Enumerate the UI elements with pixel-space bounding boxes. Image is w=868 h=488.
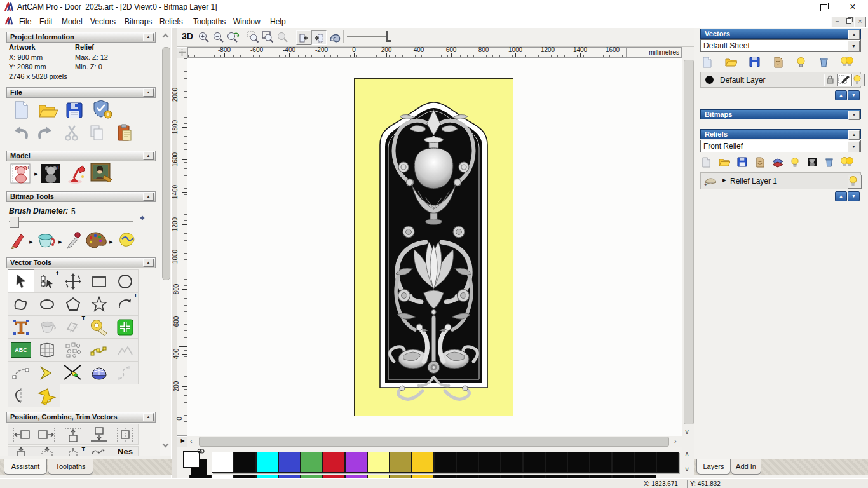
collapse-section-button[interactable]: ▲ xyxy=(143,152,154,160)
minimize-button[interactable] xyxy=(785,0,804,14)
flyout-arrow-icon[interactable]: ▶ xyxy=(29,240,32,245)
open-relief-layer-button[interactable] xyxy=(719,158,730,167)
open-vector-layer-button[interactable] xyxy=(725,57,737,67)
section-profile-tool[interactable] xyxy=(8,384,34,407)
copy-button[interactable] xyxy=(88,125,105,141)
menu-toolpaths[interactable]: Toolpaths xyxy=(191,16,228,27)
expand-layer-icon[interactable]: ▶ xyxy=(722,177,726,183)
reliefs-panel-header[interactable]: Reliefs ▲ xyxy=(700,129,861,139)
transform-vectors-tool[interactable] xyxy=(60,269,86,293)
zoom-out-button[interactable] xyxy=(212,30,225,44)
collapse-panel-button[interactable]: ▲ xyxy=(848,30,860,39)
tab-layers[interactable]: Layers xyxy=(696,459,731,475)
menu-model[interactable]: Model xyxy=(59,16,85,27)
centre-in-page-tool[interactable] xyxy=(8,446,34,456)
section-header-file[interactable]: File ▲ xyxy=(6,87,156,98)
palette-scroll-down-icon[interactable]: ∨ xyxy=(684,464,689,473)
close-button[interactable]: × xyxy=(843,0,862,14)
contrast-slider-handle[interactable] xyxy=(386,31,388,42)
create-text-tool[interactable] xyxy=(8,315,34,339)
snap-grid-toggle-button[interactable] xyxy=(311,30,327,45)
section-header-project-information[interactable]: Project Information ▲ xyxy=(6,32,156,43)
palette-swatch[interactable] xyxy=(212,452,234,473)
offset-vectors-tool[interactable]: Ŧ xyxy=(60,315,86,339)
palette-scroll-up-icon[interactable]: ∧ xyxy=(684,449,689,458)
palette-swatch[interactable] xyxy=(323,452,345,473)
flyout-arrow-icon[interactable]: ▶ xyxy=(34,172,37,177)
scroll-right-icon[interactable]: › xyxy=(674,437,677,445)
toggle-3d-view-button[interactable]: 3D xyxy=(182,31,193,41)
scroll-down-icon[interactable]: ∨ xyxy=(684,427,689,436)
align-bottom-tool[interactable] xyxy=(86,424,112,445)
vector-sheet-select[interactable]: Default Sheet ▼ xyxy=(700,39,861,52)
lock-layer-button[interactable] xyxy=(824,74,837,86)
tab-add-in[interactable]: Add In xyxy=(731,459,761,475)
collapse-section-button[interactable]: ▲ xyxy=(143,88,154,97)
canvas-vertical-scrollbar[interactable]: ∨ xyxy=(682,47,695,436)
vector-layer-row[interactable]: Default Layer xyxy=(700,72,861,88)
cut-button[interactable] xyxy=(64,125,80,141)
palette-swatch[interactable] xyxy=(278,452,301,473)
align-centres-tool[interactable] xyxy=(34,446,60,456)
create-circle-tool[interactable] xyxy=(112,269,139,293)
lighting-button[interactable] xyxy=(65,163,87,184)
restore-button[interactable] xyxy=(814,0,833,14)
toggle-all-layers-button[interactable] xyxy=(840,56,854,68)
nesting-tool[interactable]: Nes xyxy=(112,446,139,456)
tab-toolpaths[interactable]: Toolpaths xyxy=(48,459,93,475)
palette-swatch[interactable] xyxy=(301,452,323,473)
palette-swatch[interactable] xyxy=(345,452,367,473)
link-colours-icon[interactable] xyxy=(197,448,205,454)
toggle-relief-visibility-button[interactable] xyxy=(790,157,799,168)
section-header-position-combine-trim[interactable]: Position, Combine, Trim Vectors ▲ xyxy=(6,412,156,423)
palette-swatch[interactable] xyxy=(434,452,456,473)
nest-vectors-tool[interactable] xyxy=(60,338,86,362)
menu-file[interactable]: File xyxy=(17,16,34,27)
2d-view-canvas[interactable] xyxy=(187,58,682,436)
menu-help[interactable]: Help xyxy=(268,16,288,27)
tab-assistant[interactable]: Assistant xyxy=(4,459,47,475)
collapse-section-button[interactable]: ▲ xyxy=(143,193,154,201)
set-model-size-button[interactable]: T xyxy=(9,163,32,184)
vector-fill-tool[interactable] xyxy=(34,315,60,339)
menu-vectors[interactable]: Vectors xyxy=(88,16,118,27)
palette-swatch[interactable] xyxy=(501,452,523,473)
create-polygon-tool[interactable] xyxy=(60,292,86,316)
trim-vectors-tool[interactable] xyxy=(60,361,86,384)
palette-swatch[interactable] xyxy=(456,452,478,473)
collapse-section-button[interactable]: ▲ xyxy=(143,259,154,267)
palette-swatch[interactable] xyxy=(523,452,545,473)
mdi-restore-button[interactable] xyxy=(843,17,855,27)
palette-swatch[interactable] xyxy=(612,452,634,473)
contrast-slider-track[interactable] xyxy=(347,36,386,37)
undo-button[interactable] xyxy=(11,125,29,141)
palette-swatch[interactable] xyxy=(590,452,612,473)
scrollbar-thumb[interactable] xyxy=(162,47,170,280)
palette-scrollbar[interactable]: ∧ ∨ xyxy=(684,448,693,477)
assistant-scrollbar[interactable] xyxy=(160,28,171,456)
palette-swatch[interactable] xyxy=(478,452,501,473)
paste-button[interactable] xyxy=(116,123,133,141)
layer-name[interactable]: Default Layer xyxy=(720,76,765,85)
palette-swatch[interactable] xyxy=(567,452,590,473)
menu-edit[interactable]: Edit xyxy=(37,16,55,27)
canvas-horizontal-scrollbar[interactable]: ‹ › xyxy=(187,436,682,447)
new-relief-layer-button[interactable] xyxy=(701,157,711,168)
vectors-panel-header[interactable]: Vectors ▲ xyxy=(700,29,861,39)
layer-colour-swatch[interactable] xyxy=(705,76,714,84)
layer-visibility-button[interactable] xyxy=(852,74,865,86)
palette-swatch[interactable] xyxy=(256,452,278,473)
greyscale-preview-button[interactable] xyxy=(807,157,817,167)
zoom-fit-button[interactable] xyxy=(261,30,275,44)
toggle-all-reliefs-button[interactable] xyxy=(840,156,854,168)
move-relief-up-button[interactable]: ▲ xyxy=(835,191,847,201)
layer-name[interactable]: Relief Layer 1 xyxy=(730,177,777,186)
zoom-selected-button[interactable] xyxy=(276,30,289,44)
flood-fill-button[interactable] xyxy=(36,231,56,249)
snap-toggle-button[interactable] xyxy=(296,30,311,45)
scroll-up-icon[interactable] xyxy=(161,33,170,39)
merge-relief-layers-button[interactable] xyxy=(755,157,765,168)
relief-layer-row[interactable]: + ▶ Relief Layer 1 xyxy=(700,172,861,189)
create-arc-tool[interactable]: Ŧ xyxy=(112,292,139,316)
open-model-button[interactable] xyxy=(38,100,58,119)
